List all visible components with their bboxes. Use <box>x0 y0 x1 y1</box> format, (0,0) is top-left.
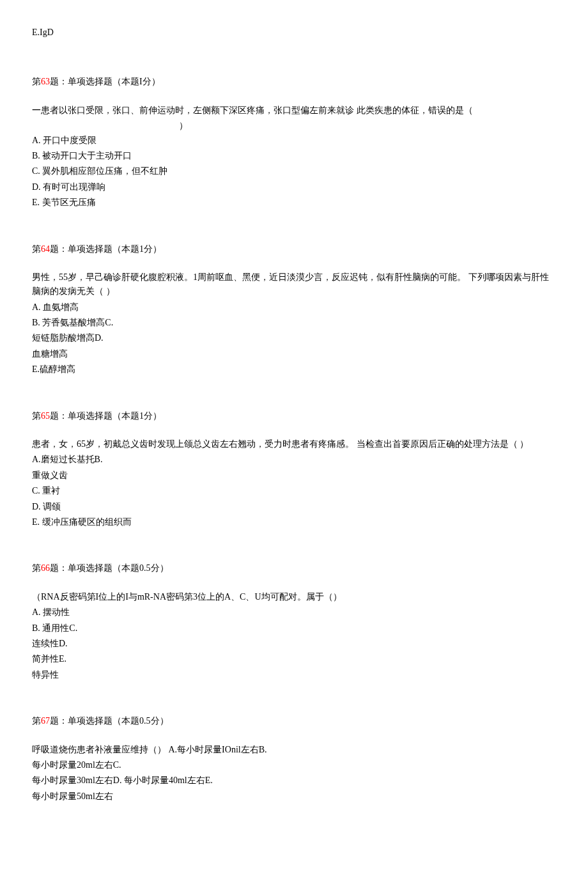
option-a: A. 摆动性 <box>32 605 556 619</box>
option-c: 连续性D. <box>32 637 556 651</box>
q-number: 66 <box>41 563 50 573</box>
option-b: B. 芳香氨基酸增高C. <box>32 316 556 330</box>
question-66: 第66题：单项选择题（本题0.5分） （RNA反密码第I位上的I与mR-NA密码… <box>32 561 556 682</box>
question-67: 第67题：单项选择题（本题0.5分） 呼吸道烧伤患者补液量应维持（） A.每小时… <box>32 714 556 804</box>
q-prefix: 第 <box>32 244 41 254</box>
previous-option-e: E.IgD <box>32 26 556 40</box>
option-e: E. 缓冲压痛硬区的组织而 <box>32 515 556 529</box>
option-d: 血糖增高 <box>32 347 556 361</box>
question-header: 第66题：单项选择题（本题0.5分） <box>32 561 556 575</box>
q-prefix: 第 <box>32 411 41 421</box>
question-stem: 男性，55岁，早己确诊肝硬化腹腔积液。1周前呕血、黑便，近日淡漠少言，反应迟钝，… <box>32 270 556 299</box>
option-a: A. 开口中度受限 <box>32 134 556 148</box>
q-number: 67 <box>41 716 50 726</box>
option-b: 重做义齿 <box>32 469 556 483</box>
option-b: 每小时尿量20ml左右C. <box>32 758 556 772</box>
option-a: A.磨短过长基托B. <box>32 453 556 467</box>
q-prefix: 第 <box>32 77 41 86</box>
option-b: B. 被动开口大于主动开口 <box>32 149 556 163</box>
question-stem: （RNA反密码第I位上的I与mR-NA密码第3位上的A、C、U均可配对。属于（） <box>32 590 556 604</box>
option-c: 短链脂肪酸增高D. <box>32 331 556 345</box>
q-suffix: 题：单项选择题（本题I分） <box>50 77 160 86</box>
option-d: D. 有时可出现弹响 <box>32 180 556 194</box>
option-b: B. 通用性C. <box>32 621 556 635</box>
question-65: 第65题：单项选择题（本题1分） 患者，女，65岁，初戴总义齿时发现上颌总义齿左… <box>32 409 556 530</box>
option-e: E. 美节区无压痛 <box>32 196 556 210</box>
q-number: 63 <box>41 77 50 86</box>
option-d: D. 调颌 <box>32 500 556 514</box>
option-c: 每小时尿量30ml左右D. 每小时尿量40ml左右E. <box>32 774 556 788</box>
q-number: 64 <box>41 244 50 254</box>
q-prefix: 第 <box>32 716 41 726</box>
question-stem: 呼吸道烧伤患者补液量应维持（） A.每小时尿量IOnil左右B. <box>32 743 556 757</box>
option-e: E.硫醇增高 <box>32 362 556 377</box>
question-header: 第64题：单项选择题（本题1分） <box>32 242 556 256</box>
question-stem: 一患者以张口受限，张口、前伸运动时，左侧额下深区疼痛，张口型偏左前来就诊 此类疾… <box>32 104 556 118</box>
question-63: 第63题：单项选择题（本题I分） 一患者以张口受限，张口、前伸运动时，左侧额下深… <box>32 75 556 210</box>
q-suffix: 题：单项选择题（本题0.5分） <box>50 563 169 573</box>
question-header: 第63题：单项选择题（本题I分） <box>32 75 556 89</box>
q-number: 65 <box>41 411 50 421</box>
option-c: C. 翼外肌相应部位压痛，但不红肿 <box>32 164 556 178</box>
question-header: 第65题：单项选择题（本题1分） <box>32 409 556 423</box>
q-suffix: 题：单项选择题（本题0.5分） <box>50 716 169 726</box>
option-e: 特异性 <box>32 668 556 682</box>
option-c: C. 重衬 <box>32 484 556 498</box>
q-prefix: 第 <box>32 563 41 573</box>
q-suffix: 题：单项选择题（本题1分） <box>50 411 162 421</box>
q-suffix: 题：单项选择题（本题1分） <box>50 244 162 254</box>
question-stem: 患者，女，65岁，初戴总义齿时发现上颌总义齿左右翘动，受力时患者有疼痛感。 当检… <box>32 437 556 451</box>
question-64: 第64题：单项选择题（本题1分） 男性，55岁，早己确诊肝硬化腹腔积液。1周前呕… <box>32 242 556 377</box>
question-header: 第67题：单项选择题（本题0.5分） <box>32 714 556 728</box>
option-d: 简并性E. <box>32 652 556 666</box>
option-e: 每小时尿量50ml左右 <box>32 790 556 804</box>
option-a: A. 血氨增高 <box>32 300 556 315</box>
question-stem-paren: ） <box>32 119 556 133</box>
